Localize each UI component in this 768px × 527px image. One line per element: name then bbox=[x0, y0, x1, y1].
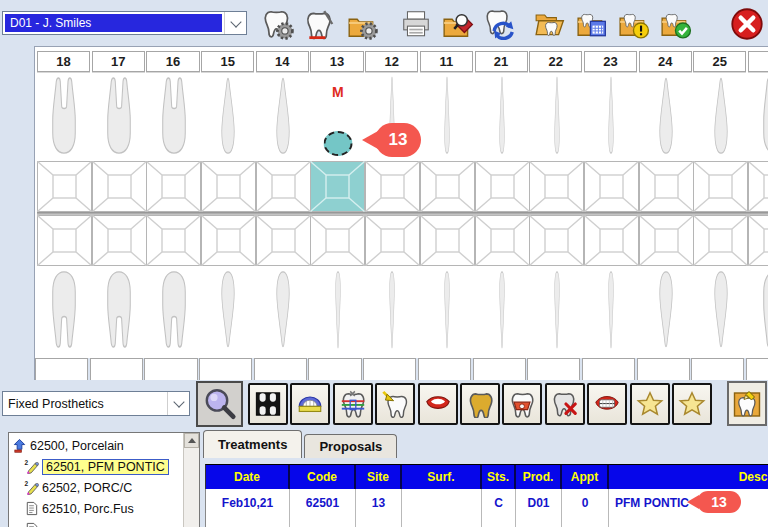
surface-cell-45[interactable] bbox=[201, 215, 256, 266]
tooth-slot-34[interactable] bbox=[639, 268, 694, 356]
tooth-slot-48[interactable] bbox=[37, 268, 92, 356]
surface-cell-23[interactable] bbox=[584, 161, 639, 212]
toolbar-button-folder-search[interactable] bbox=[440, 6, 475, 42]
tooth-slot-14[interactable] bbox=[256, 74, 311, 161]
tooth-slot-44[interactable] bbox=[256, 268, 311, 356]
procedure-button-tooth-select[interactable] bbox=[375, 383, 415, 425]
toolbar-button-folder-alert[interactable] bbox=[616, 6, 651, 42]
scroll-up-arrow-icon[interactable] bbox=[184, 433, 199, 448]
surface-cell-35[interactable] bbox=[693, 215, 748, 266]
procedure-button-denture-mouth[interactable] bbox=[418, 383, 458, 425]
tooth-slot-32[interactable] bbox=[529, 268, 584, 356]
surface-cell-14[interactable] bbox=[256, 161, 311, 212]
surface-cell-17[interactable] bbox=[92, 161, 147, 212]
tooth-slot-24[interactable] bbox=[639, 74, 694, 161]
surface-cell-42[interactable] bbox=[365, 215, 420, 266]
surface-cell-47[interactable] bbox=[92, 215, 147, 266]
provider-dropdown-chevron[interactable] bbox=[224, 12, 246, 34]
procedure-button-tooth-clamp[interactable] bbox=[502, 383, 542, 425]
toolbar-button-close[interactable] bbox=[729, 6, 764, 42]
surface-cell-44[interactable] bbox=[256, 215, 311, 266]
procedure-button-gold-crown[interactable] bbox=[460, 383, 500, 425]
tab-proposals[interactable]: Proposals bbox=[304, 434, 397, 458]
tooth-slot-17[interactable] bbox=[92, 74, 147, 161]
tooth-slot-45[interactable] bbox=[201, 268, 256, 356]
tooth-slot-43[interactable] bbox=[310, 268, 365, 356]
toolbar-button-folder-check[interactable] bbox=[658, 6, 693, 42]
scrollbar-track[interactable] bbox=[184, 448, 199, 527]
toolbar-button-folder-settings[interactable] bbox=[344, 6, 379, 42]
tooth-slot-16[interactable] bbox=[146, 74, 201, 161]
surface-cell-15[interactable] bbox=[201, 161, 256, 212]
column-header-sts[interactable]: Sts. bbox=[482, 465, 516, 489]
procedure-item-62501[interactable]: 262501, PFM PONTIC bbox=[9, 456, 183, 477]
column-header-appt[interactable]: Appt bbox=[562, 465, 609, 489]
surface-cell-13[interactable] bbox=[310, 161, 365, 212]
procedure-item-partial[interactable] bbox=[9, 519, 183, 527]
tooth-slot-33[interactable] bbox=[584, 268, 639, 356]
tooth-slot-25[interactable] bbox=[693, 74, 748, 161]
tab-treatments[interactable]: Treatments bbox=[203, 430, 302, 458]
tooth-slot-15[interactable] bbox=[201, 74, 256, 161]
tooth-slot-13[interactable]: M bbox=[310, 74, 365, 161]
surface-cell-43[interactable] bbox=[310, 215, 365, 266]
procedure-list-scrollbar[interactable] bbox=[183, 433, 199, 527]
surface-cell-48[interactable] bbox=[37, 215, 92, 266]
provider-dropdown[interactable]: D01 - J. Smiles bbox=[2, 11, 247, 35]
surface-cell-41[interactable] bbox=[420, 215, 475, 266]
column-header-site[interactable]: Site bbox=[356, 465, 402, 489]
surface-cell-16[interactable] bbox=[146, 161, 201, 212]
column-header-code[interactable]: Code bbox=[290, 465, 356, 489]
tooth-slot-11[interactable] bbox=[420, 74, 475, 161]
magnify-button[interactable] bbox=[196, 381, 243, 427]
procedure-item-62500[interactable]: 62500, Porcelain bbox=[9, 435, 183, 456]
procedure-button-tooth-extract[interactable] bbox=[545, 383, 585, 425]
tooth-slot-35[interactable] bbox=[693, 268, 748, 356]
toolbar-button-tooth-probe[interactable] bbox=[302, 6, 337, 42]
procedure-button-star2[interactable] bbox=[672, 383, 712, 425]
tooth-slot-21[interactable] bbox=[475, 74, 530, 161]
surface-cell-12[interactable] bbox=[365, 161, 420, 212]
procedure-button-upper-denture[interactable] bbox=[290, 383, 330, 425]
surface-cell-22[interactable] bbox=[529, 161, 584, 212]
surface-cell-32[interactable] bbox=[529, 215, 584, 266]
surface-cell-24[interactable] bbox=[639, 161, 694, 212]
toolbar-button-folder-calendar[interactable] bbox=[574, 6, 609, 42]
surface-cell-25[interactable] bbox=[693, 161, 748, 212]
surface-cell-18[interactable] bbox=[37, 161, 92, 212]
toolbar-button-print[interactable] bbox=[398, 6, 433, 42]
tooth-slot-41[interactable] bbox=[420, 268, 475, 356]
procedure-item-62502[interactable]: 262502, PORC/C bbox=[9, 477, 183, 498]
surface-cell-46[interactable] bbox=[146, 215, 201, 266]
surface-cell-21[interactable] bbox=[475, 161, 530, 212]
tooth-slot-23[interactable] bbox=[584, 74, 639, 161]
category-dropdown[interactable]: Fixed Prosthetics bbox=[2, 391, 190, 416]
surface-cell-34[interactable] bbox=[639, 215, 694, 266]
tooth-slot-42[interactable] bbox=[365, 268, 420, 356]
procedure-item-62510[interactable]: 62510, Porc.Fus bbox=[9, 498, 183, 519]
procedure-button-mouth-braces[interactable] bbox=[587, 383, 627, 425]
toolbar-button-folder-open-tooth[interactable] bbox=[532, 6, 567, 42]
pontic-symbol[interactable] bbox=[323, 131, 352, 156]
column-header-surf[interactable]: Surf. bbox=[402, 465, 482, 489]
treatment-row[interactable]: Feb10,216250113CD010PFM PONTIC13 bbox=[205, 489, 768, 517]
column-header-prod[interactable]: Prod. bbox=[516, 465, 562, 489]
chart-edit-button[interactable] bbox=[727, 381, 767, 426]
empty-cell bbox=[290, 516, 356, 527]
tooth-slot-18[interactable] bbox=[37, 74, 92, 161]
category-dropdown-chevron[interactable] bbox=[167, 392, 189, 415]
column-header-desc[interactable]: Desc bbox=[609, 465, 768, 489]
tooth-slot-46[interactable] bbox=[146, 268, 201, 356]
tooth-slot-47[interactable] bbox=[92, 268, 147, 356]
surface-cell-11[interactable] bbox=[420, 161, 475, 212]
procedure-button-star[interactable] bbox=[630, 383, 670, 425]
surface-cell-31[interactable] bbox=[475, 215, 530, 266]
tooth-slot-22[interactable] bbox=[529, 74, 584, 161]
surface-cell-33[interactable] bbox=[584, 215, 639, 266]
toolbar-button-tooth-settings[interactable] bbox=[260, 6, 295, 42]
toolbar-button-tooth-refresh[interactable] bbox=[482, 6, 517, 42]
procedure-button-braces-tooth[interactable] bbox=[333, 383, 373, 425]
procedure-button-crown-xray[interactable] bbox=[248, 383, 288, 425]
column-header-date[interactable]: Date bbox=[206, 465, 290, 489]
tooth-slot-31[interactable] bbox=[475, 268, 530, 356]
